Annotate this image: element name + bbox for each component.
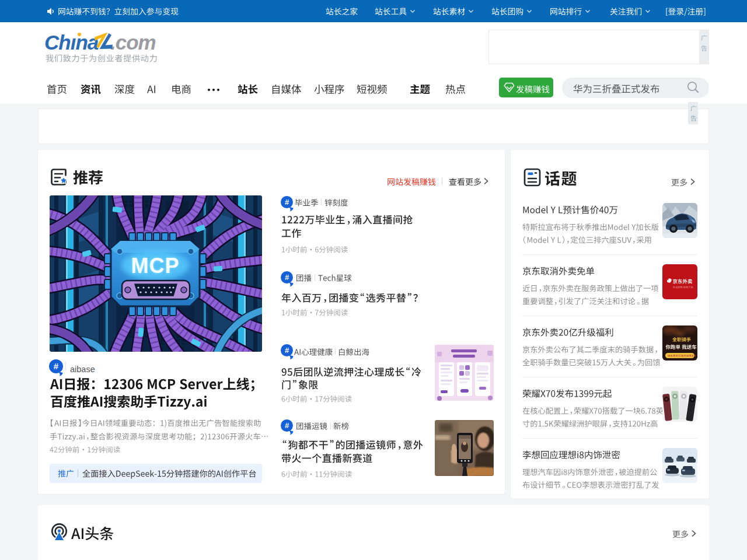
svg-text:#: # bbox=[284, 273, 289, 282]
svg-text:MCP: MCP bbox=[131, 254, 180, 278]
svg-text:#: # bbox=[284, 346, 289, 355]
svg-text:#: # bbox=[284, 198, 289, 206]
svg-text:#: # bbox=[284, 421, 289, 430]
svg-text:#: # bbox=[54, 361, 59, 371]
